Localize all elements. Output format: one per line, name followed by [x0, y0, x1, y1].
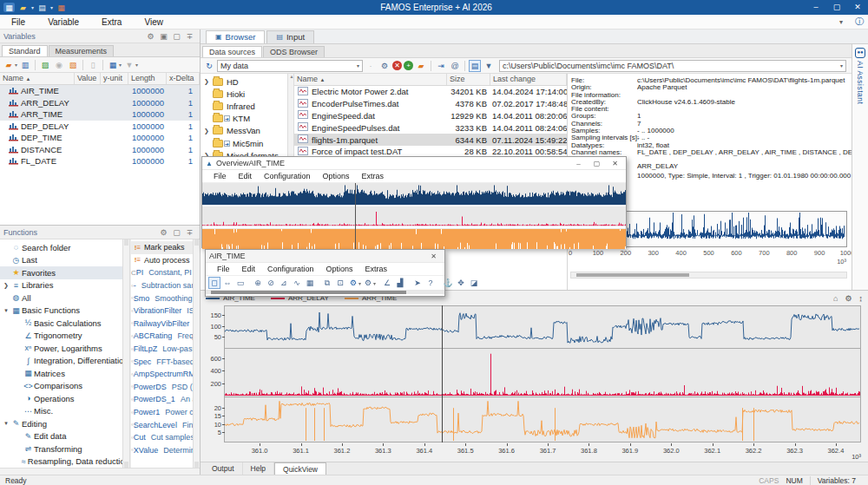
function-item[interactable]: ◦RailwayVibFilterUIC513, JIS E4023…	[131, 318, 200, 331]
function-item[interactable]: ◦-Subtraction sample-wise	[131, 279, 200, 292]
fit-icon[interactable]: ⇔	[221, 277, 233, 289]
folder-tree-item[interactable]: ➜Mic5min	[201, 137, 287, 149]
overview-maximize-icon[interactable]: ▢	[589, 160, 604, 167]
quickview-plot-air_time[interactable]: 50100150	[224, 305, 861, 349]
subtab-ods-browser[interactable]: ODS Browser	[263, 46, 325, 57]
gear-blue-caret-icon[interactable]: ▾	[358, 280, 361, 286]
file-row[interactable]: EngineSpeed.dat12929 KB14.04.2011 08:20:…	[294, 110, 567, 122]
overview-strips[interactable]	[202, 183, 626, 249]
overview-window[interactable]: ▲ OverviewAIR_TIME – ▢ ✕ FileEditConfigu…	[201, 156, 627, 248]
overview-menu-configuration[interactable]: Configuration	[258, 172, 317, 180]
column-header-xdelta[interactable]: x-Delta	[167, 73, 200, 84]
menu-file[interactable]: File	[0, 17, 36, 27]
maximize-button[interactable]: ▢	[826, 0, 847, 15]
anchor-1-icon[interactable]: ⚓	[442, 277, 454, 289]
gear-gray-icon[interactable]: ⚙	[362, 277, 374, 289]
function-item[interactable]: ◦Power1Power calculation in one ph…	[131, 406, 200, 419]
functions-tree-scrollbar[interactable]	[122, 239, 129, 468]
bar-chart-icon[interactable]: ▟	[394, 277, 406, 289]
functions-list-scrollbar[interactable]	[193, 239, 200, 468]
overview-close-icon[interactable]: ✕	[608, 160, 622, 167]
chart-color-icon[interactable]: ▧	[67, 59, 79, 71]
curve-window[interactable]: AIR_TIME ✕ FileEditConfigurationOptionsE…	[205, 249, 445, 297]
address-icon[interactable]: @	[449, 60, 461, 72]
open-file-caret-icon[interactable]: ▾	[31, 4, 34, 10]
filter-caret-icon[interactable]: ▾	[135, 62, 138, 68]
functions-tree-item-integration-differentiation[interactable]: ∫Integration, Differentiation	[0, 355, 129, 368]
functions-settings-icon[interactable]: ⚙	[157, 228, 170, 237]
function-item[interactable]: ◦ABCRatingFrequency weighting as…	[131, 330, 200, 343]
minimize-button[interactable]: –	[806, 0, 826, 15]
functions-maximize-icon[interactable]: ▢	[170, 228, 183, 237]
overview-minimize-icon[interactable]: –	[571, 160, 586, 167]
add-source-icon[interactable]: +	[404, 61, 413, 70]
menu-variable[interactable]: Variable	[36, 17, 90, 27]
function-item[interactable]: ◦SearchLevelFind events in data at…	[131, 418, 200, 431]
chart-image-icon[interactable]: ▨	[39, 59, 51, 71]
function-item[interactable]: ◦AmpSpectrumRMSFFT-based magn…	[131, 368, 200, 381]
function-item[interactable]: ◦PowerDS_1An averaged power sp…	[131, 393, 200, 406]
variable-row[interactable]: ARR_DELAY10000001	[0, 97, 200, 109]
functions-tree-item-last[interactable]: ◷Last	[0, 254, 129, 267]
functions-tree-item-operations[interactable]: ◑Operations	[0, 392, 129, 405]
grid-icon[interactable]: ▦	[304, 277, 316, 289]
open-file-icon[interactable]: ▰	[17, 3, 29, 12]
function-item[interactable]: !≡Auto process	[131, 254, 200, 267]
functions-tree-item-favorites[interactable]: ★Favorites	[0, 266, 129, 279]
save-icon[interactable]: ▥	[19, 59, 31, 71]
column-header-value[interactable]: Value	[75, 73, 101, 84]
curve-hscrollbar[interactable]	[206, 291, 444, 294]
trash-icon[interactable]: ▯	[87, 59, 99, 71]
curve-menu-file[interactable]: File	[211, 265, 236, 273]
line-chart-icon[interactable]: ∠	[381, 277, 393, 289]
function-item[interactable]: !≡Mark peaks	[131, 241, 200, 254]
bottom-tab-quickview[interactable]: QuickView	[274, 462, 326, 475]
functions-tree-item-misc-[interactable]: ⋯Misc.	[0, 405, 129, 418]
curve-window-titlebar[interactable]: AIR_TIME ✕	[206, 250, 444, 263]
functions-tree-item-basic-calculations[interactable]: ½Basic Calculations	[0, 317, 129, 330]
open-folder-icon[interactable]: ▰	[3, 59, 15, 71]
overview-menu-file[interactable]: File	[207, 172, 233, 180]
overview-menu-options[interactable]: Options	[317, 172, 356, 180]
function-item[interactable]: ◦CutCut samples (at x)	[131, 431, 200, 444]
favorites-grid-icon[interactable]: ▦	[56, 3, 67, 12]
expander-icon[interactable]: ▾	[2, 307, 10, 314]
ruler-icon[interactable]: ⊿	[278, 277, 290, 289]
file-column-size[interactable]: Size	[447, 74, 490, 85]
variables-pin-icon[interactable]: ∓	[183, 32, 196, 41]
gear-gray-caret-icon[interactable]: ▾	[373, 280, 376, 286]
functions-pin-icon[interactable]: ∓	[183, 228, 196, 237]
file-row[interactable]: EncoderPulseTimes.dat4378 KB07.02.2017 1…	[294, 98, 567, 110]
folder-tree-item[interactable]: ❯MessVan	[201, 125, 287, 137]
function-item[interactable]: ◦SmoSmoothing without phase shift	[131, 292, 200, 305]
column-header-length[interactable]: Length	[128, 73, 167, 84]
variable-row[interactable]: FL_DATE10000001	[0, 155, 200, 167]
file-column-date[interactable]: Last change	[490, 74, 567, 85]
doc-tab-browser[interactable]: ▣Browser	[206, 30, 265, 43]
export-icon[interactable]: ⊡	[334, 277, 346, 289]
cursor-icon[interactable]: ➤	[411, 277, 424, 289]
variable-row[interactable]: AIR_TIME10000001	[0, 85, 200, 97]
function-item[interactable]: ◦FiltLpZLow-pass filter without phas…	[131, 343, 200, 356]
quickview-cursor-line[interactable]	[442, 305, 443, 442]
gear-blue-icon[interactable]: ⚙	[347, 277, 359, 289]
chart-info-icon[interactable]: ◉	[53, 59, 65, 71]
tree-expander-icon[interactable]: ❯	[201, 78, 213, 85]
quickview-plot-arr_delay[interactable]: 200400600	[224, 349, 861, 397]
remove-source-icon[interactable]: ✕	[392, 61, 402, 70]
column-header-yunit[interactable]: y-unit	[101, 73, 128, 84]
column-header-name[interactable]: Name ▲	[0, 73, 75, 84]
overview-arr-time-strip[interactable]	[202, 228, 626, 249]
quickview-settings-icon[interactable]: ⚙	[845, 294, 852, 303]
function-item[interactable]: ◦VibrationFilterISO 2631, 7505, 534…	[131, 305, 200, 318]
new-file-caret-icon[interactable]: ▾	[50, 4, 53, 10]
folder-tree-item[interactable]: Infrared	[201, 100, 287, 112]
filter-icon[interactable]: ▼	[123, 59, 135, 71]
quickview-pin-icon[interactable]: ↨	[859, 294, 864, 303]
goto-icon[interactable]: ⇥	[435, 60, 447, 72]
functions-tree-item-power-logarithms[interactable]: xⁿPower, Logarithms	[0, 342, 129, 355]
variables-tab-measurements[interactable]: Measurements	[49, 45, 115, 56]
bottom-tab-help[interactable]: Help	[243, 462, 274, 475]
overview-menu-edit[interactable]: Edit	[233, 172, 259, 180]
folder-tree-item[interactable]: ❯HD	[201, 75, 287, 88]
